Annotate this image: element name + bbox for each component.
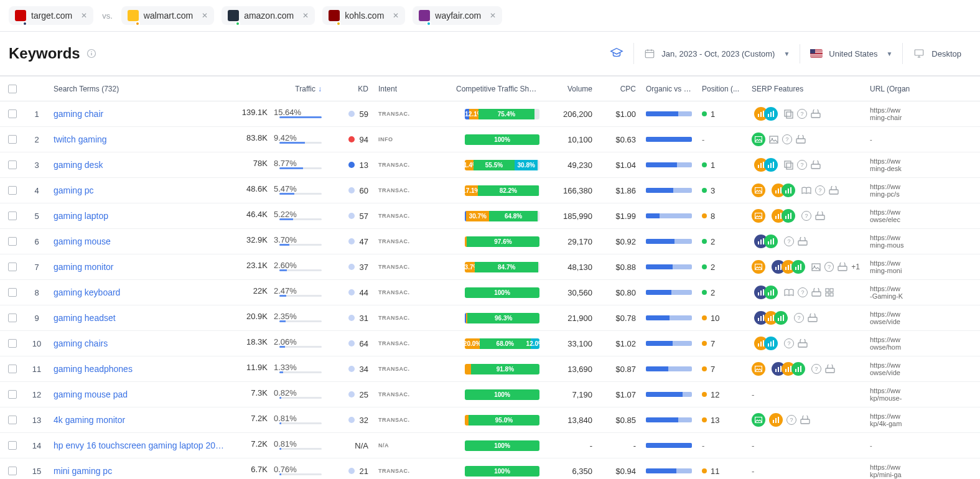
serp-badge[interactable] [752, 413, 765, 427]
serp-pill[interactable] [752, 286, 780, 299]
people-icon[interactable] [798, 237, 808, 246]
question-icon[interactable]: ? [794, 313, 804, 323]
people-icon[interactable] [825, 365, 835, 373]
url-value[interactable]: https://wwowse/hom [865, 336, 946, 351]
country-picker[interactable]: United States ▼ [800, 44, 902, 63]
organic-paid-bar[interactable] [646, 443, 692, 448]
search-term-link[interactable]: mini gaming pc [54, 466, 112, 476]
url-value[interactable]: https://wwming-mous [865, 234, 946, 249]
people-icon[interactable] [798, 339, 808, 348]
question-icon[interactable]: ? [801, 211, 811, 221]
search-term-link[interactable]: hp envy 16 touchscreen gaming laptop 202… [54, 440, 225, 450]
cts-bar[interactable]: 100% [465, 466, 539, 477]
competitor-chip[interactable]: walmart.com ✕ [121, 6, 214, 25]
competitor-chip[interactable]: kohls.com ✕ [322, 6, 405, 25]
url-value[interactable]: https://wwming-pc/s [865, 183, 946, 198]
people-icon[interactable] [811, 288, 821, 297]
col-cts[interactable]: Competitive Traffic Share [451, 85, 544, 93]
question-icon[interactable]: ? [824, 262, 834, 272]
question-icon[interactable]: ? [811, 364, 821, 374]
cts-bar[interactable]: 100% [465, 440, 539, 451]
url-value[interactable]: https://wwming-desk [865, 157, 946, 172]
question-icon[interactable]: ? [786, 415, 796, 425]
search-term-link[interactable]: gaming headphones [54, 364, 133, 374]
serp-badge[interactable] [769, 413, 783, 427]
serp-badge[interactable] [752, 184, 765, 197]
close-icon[interactable]: ✕ [81, 11, 87, 20]
people-icon[interactable] [800, 416, 810, 424]
url-value[interactable]: https://wwming-chair [865, 106, 946, 121]
search-term-link[interactable]: gaming keyboard [54, 287, 120, 297]
organic-paid-bar[interactable] [646, 162, 692, 167]
organic-paid-bar[interactable] [646, 315, 692, 320]
question-icon[interactable]: ? [784, 236, 794, 246]
row-checkbox[interactable] [8, 135, 17, 144]
serp-pill[interactable] [769, 209, 798, 223]
organic-paid-bar[interactable] [646, 137, 692, 142]
select-all-checkbox[interactable] [8, 85, 17, 93]
cts-bar[interactable]: 95.0% [465, 415, 539, 426]
search-term-link[interactable]: gaming laptop [54, 211, 108, 221]
device-picker[interactable]: Desktop [902, 43, 971, 64]
search-term-link[interactable]: gaming chair [54, 109, 103, 119]
cts-bar[interactable]: 96.3% [465, 313, 539, 323]
url-value[interactable]: https://ww-Gaming-K [865, 285, 946, 300]
organic-paid-bar[interactable] [646, 290, 692, 295]
close-icon[interactable]: ✕ [302, 11, 309, 20]
col-kd[interactable]: KD [327, 85, 373, 93]
col-intent[interactable]: Intent [373, 85, 451, 93]
competitor-chip[interactable]: target.com ✕ [9, 6, 93, 25]
stack-icon[interactable] [784, 160, 793, 170]
organic-paid-bar[interactable] [646, 366, 692, 371]
people-icon[interactable] [829, 186, 839, 195]
cts-bar[interactable]: 30.7%64.8% [465, 211, 539, 221]
row-checkbox[interactable] [8, 212, 17, 220]
search-term-link[interactable]: gaming desk [54, 160, 103, 170]
serp-more[interactable]: +1 [851, 263, 860, 271]
close-icon[interactable]: ✕ [202, 11, 208, 20]
url-value[interactable]: https://wwkp/mouse- [865, 387, 946, 402]
row-checkbox[interactable] [8, 390, 17, 399]
row-checkbox[interactable] [8, 365, 17, 373]
info-icon[interactable] [86, 49, 96, 58]
col-organic-paid[interactable]: Organic vs Paid [641, 85, 697, 93]
organic-paid-bar[interactable] [646, 392, 692, 397]
cts-bar[interactable]: 17.1%82.2% [465, 185, 539, 196]
people-icon[interactable] [808, 314, 818, 322]
row-checkbox[interactable] [8, 186, 17, 195]
question-icon[interactable]: ? [815, 185, 825, 195]
organic-paid-bar[interactable] [646, 468, 692, 473]
serp-pill[interactable] [752, 337, 780, 350]
image-icon[interactable] [769, 136, 778, 144]
serp-pill[interactable] [752, 158, 780, 172]
url-value[interactable]: https://wwowse/vide [865, 310, 946, 325]
cts-bar[interactable]: 12.1%75.4% [465, 109, 539, 119]
col-volume[interactable]: Volume [544, 85, 597, 93]
organic-paid-bar[interactable] [646, 239, 692, 244]
url-value[interactable]: https://wwowse/vide [865, 361, 946, 376]
row-checkbox[interactable] [8, 416, 17, 424]
search-term-link[interactable]: gaming pc [54, 185, 94, 195]
question-icon[interactable]: ? [798, 287, 808, 297]
organic-paid-bar[interactable] [646, 188, 692, 193]
cts-bar[interactable]: 97.6% [465, 236, 539, 247]
serp-badge[interactable] [752, 362, 765, 376]
serp-pill[interactable] [752, 311, 790, 325]
url-value[interactable]: https://wwming-moni [865, 259, 946, 274]
people-icon[interactable] [811, 160, 821, 169]
book-icon[interactable] [801, 187, 811, 195]
url-value[interactable]: - [865, 136, 946, 143]
book-icon[interactable] [784, 289, 794, 297]
cts-bar[interactable]: 11.4%55.5%30.8% [465, 160, 539, 170]
row-checkbox[interactable] [8, 467, 17, 475]
serp-pill[interactable] [752, 235, 780, 248]
search-term-link[interactable]: gaming mouse [54, 236, 111, 246]
question-icon[interactable]: ? [782, 134, 792, 144]
organic-paid-bar[interactable] [646, 417, 692, 422]
organic-paid-bar[interactable] [646, 111, 692, 116]
search-term-link[interactable]: gaming chairs [54, 338, 108, 348]
organic-paid-bar[interactable] [646, 264, 692, 269]
cts-bar[interactable]: 100% [465, 134, 539, 145]
row-checkbox[interactable] [8, 288, 17, 297]
search-term-link[interactable]: gaming mouse pad [54, 389, 128, 399]
